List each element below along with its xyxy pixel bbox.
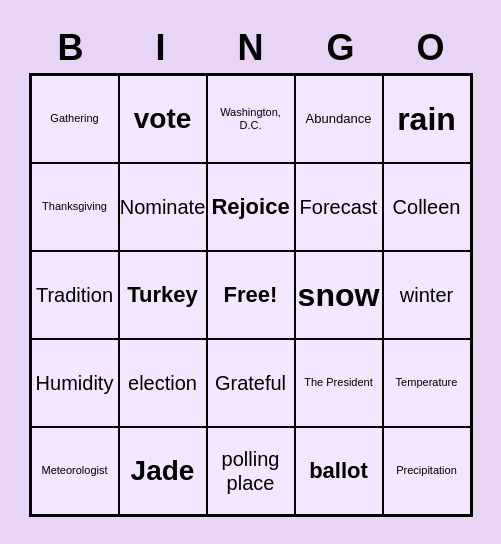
bingo-cell-r1-c2: Rejoice bbox=[207, 163, 295, 251]
bingo-letter-o: O bbox=[387, 27, 475, 69]
bingo-cell-r1-c1: Nominate bbox=[119, 163, 207, 251]
cell-label: Meteorologist bbox=[41, 464, 107, 477]
bingo-cell-r1-c0: Thanksgiving bbox=[31, 163, 119, 251]
bingo-letter-n: N bbox=[207, 27, 295, 69]
bingo-letter-g: G bbox=[297, 27, 385, 69]
bingo-cell-r4-c1: Jade bbox=[119, 427, 207, 515]
bingo-cell-r0-c1: vote bbox=[119, 75, 207, 163]
bingo-letter-b: B bbox=[27, 27, 115, 69]
bingo-letter-i: I bbox=[117, 27, 205, 69]
cell-label: Humidity bbox=[36, 371, 114, 395]
bingo-cell-r4-c0: Meteorologist bbox=[31, 427, 119, 515]
bingo-cell-r0-c3: Abundance bbox=[295, 75, 383, 163]
cell-label: Abundance bbox=[306, 111, 372, 127]
bingo-cell-r2-c3: snow bbox=[295, 251, 383, 339]
cell-label: Nominate bbox=[120, 195, 206, 219]
bingo-cell-r2-c4: winter bbox=[383, 251, 471, 339]
bingo-cell-r0-c2: Washington, D.C. bbox=[207, 75, 295, 163]
bingo-cell-r3-c4: Temperature bbox=[383, 339, 471, 427]
cell-label: Jade bbox=[131, 454, 195, 488]
cell-label: Turkey bbox=[127, 282, 198, 308]
bingo-card: BINGO GatheringvoteWashington, D.C.Abund… bbox=[16, 17, 486, 527]
bingo-cell-r3-c3: The President bbox=[295, 339, 383, 427]
bingo-cell-r1-c3: Forecast bbox=[295, 163, 383, 251]
bingo-cell-r2-c0: Tradition bbox=[31, 251, 119, 339]
cell-label: Forecast bbox=[300, 195, 378, 219]
cell-label: Gathering bbox=[50, 112, 98, 125]
cell-label: vote bbox=[134, 102, 192, 136]
cell-label: Temperature bbox=[396, 376, 458, 389]
cell-label: Grateful bbox=[215, 371, 286, 395]
cell-label: polling place bbox=[212, 447, 290, 495]
cell-label: Tradition bbox=[36, 283, 113, 307]
cell-label: Colleen bbox=[393, 195, 461, 219]
bingo-grid: GatheringvoteWashington, D.C.Abundancera… bbox=[29, 73, 473, 517]
cell-label: rain bbox=[397, 100, 456, 138]
bingo-cell-r2-c2: Free! bbox=[207, 251, 295, 339]
bingo-cell-r3-c2: Grateful bbox=[207, 339, 295, 427]
cell-label: The President bbox=[304, 376, 372, 389]
cell-label: ballot bbox=[309, 458, 368, 484]
cell-label: snow bbox=[298, 276, 380, 314]
cell-label: Thanksgiving bbox=[42, 200, 107, 213]
cell-label: Rejoice bbox=[211, 194, 289, 220]
bingo-cell-r0-c0: Gathering bbox=[31, 75, 119, 163]
cell-label: winter bbox=[400, 283, 453, 307]
bingo-cell-r4-c4: Precipitation bbox=[383, 427, 471, 515]
bingo-header: BINGO bbox=[26, 27, 476, 69]
bingo-cell-r0-c4: rain bbox=[383, 75, 471, 163]
bingo-cell-r3-c0: Humidity bbox=[31, 339, 119, 427]
cell-label: Free! bbox=[224, 282, 278, 308]
bingo-cell-r1-c4: Colleen bbox=[383, 163, 471, 251]
bingo-cell-r4-c3: ballot bbox=[295, 427, 383, 515]
cell-label: election bbox=[128, 371, 197, 395]
cell-label: Washington, D.C. bbox=[212, 106, 290, 132]
bingo-cell-r2-c1: Turkey bbox=[119, 251, 207, 339]
bingo-cell-r4-c2: polling place bbox=[207, 427, 295, 515]
cell-label: Precipitation bbox=[396, 464, 457, 477]
bingo-cell-r3-c1: election bbox=[119, 339, 207, 427]
